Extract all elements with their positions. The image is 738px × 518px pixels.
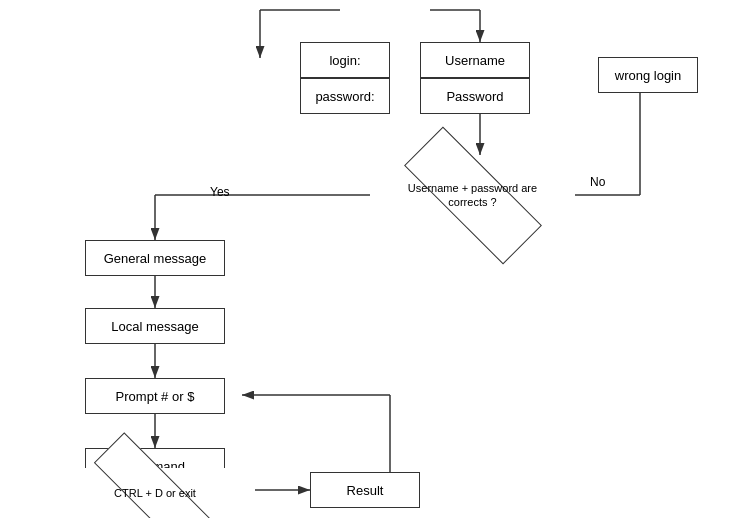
local-message-box: Local message (85, 308, 225, 344)
password-text: Password (446, 89, 503, 104)
password-box: Password (420, 78, 530, 114)
prompt-box: Prompt # or $ (85, 378, 225, 414)
result-text: Result (347, 483, 384, 498)
general-message-text: General message (104, 251, 207, 266)
password-label-box: password: (300, 78, 390, 114)
prompt-text: Prompt # or $ (116, 389, 195, 404)
no-label: No (590, 175, 605, 189)
credentials-text: Username + password are corrects ? (370, 181, 575, 210)
login-label-box: login: (300, 42, 390, 78)
local-message-text: Local message (111, 319, 198, 334)
username-box: Username (420, 42, 530, 78)
result-box: Result (310, 472, 420, 508)
wrong-login-text: wrong login (615, 68, 682, 83)
exit-diamond: CTRL + D or exit (55, 468, 255, 518)
login-label-text: login: (329, 53, 360, 68)
password-label-text: password: (315, 89, 374, 104)
yes-label: Yes (210, 185, 230, 199)
flowchart-diagram: login: Username password: Password wrong… (0, 0, 738, 518)
username-text: Username (445, 53, 505, 68)
credentials-diamond: Username + password are corrects ? (370, 155, 575, 235)
wrong-login-box: wrong login (598, 57, 698, 93)
exit-text: CTRL + D or exit (114, 487, 196, 499)
general-message-box: General message (85, 240, 225, 276)
